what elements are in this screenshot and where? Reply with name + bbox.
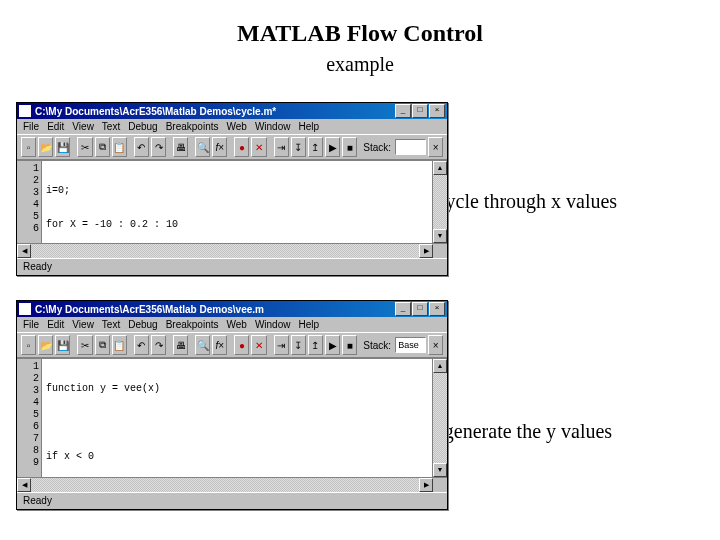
run-icon[interactable]: ▶ <box>325 137 340 157</box>
line-gutter: 1 2 3 4 5 6 <box>17 161 42 243</box>
line-number: 6 <box>17 223 39 235</box>
window-title: C:\My Documents\AcrE356\Matlab Demos\cyc… <box>35 106 395 117</box>
step-in-icon[interactable]: ↧ <box>291 137 306 157</box>
line-gutter: 1 2 3 4 5 6 7 8 9 <box>17 359 42 477</box>
titlebar[interactable]: C:\My Documents\AcrE356\Matlab Demos\vee… <box>17 301 447 317</box>
undo-icon[interactable]: ↶ <box>134 137 149 157</box>
scroll-right-icon[interactable]: ▶ <box>419 478 433 492</box>
vertical-scrollbar[interactable]: ▲ ▼ <box>432 359 447 477</box>
menubar: File Edit View Text Debug Breakpoints We… <box>17 317 447 332</box>
menu-file[interactable]: File <box>23 121 39 132</box>
stack-select[interactable]: Base <box>395 337 426 353</box>
close-button[interactable]: × <box>429 302 445 316</box>
code-editor[interactable]: function y = vee(x) if x < 0 y = -x; els… <box>42 359 432 477</box>
slide-subtitle: example <box>0 53 720 76</box>
scroll-down-icon[interactable]: ▼ <box>433 229 447 243</box>
line-number: 8 <box>17 445 39 457</box>
clear-breakpoint-icon[interactable]: ✕ <box>251 137 266 157</box>
menu-text[interactable]: Text <box>102 121 120 132</box>
set-breakpoint-icon[interactable]: ● <box>234 335 249 355</box>
redo-icon[interactable]: ↷ <box>151 335 166 355</box>
toolbar: ▫ 📂 💾 ✂ ⧉ 📋 ↶ ↷ 🖶 🔍 f× ● ✕ ⇥ ↧ ↥ ▶ ■ Sta… <box>17 134 447 160</box>
print-icon[interactable]: 🖶 <box>173 137 188 157</box>
code-line <box>46 417 428 429</box>
menu-debug[interactable]: Debug <box>128 319 157 330</box>
stack-select[interactable] <box>395 139 426 155</box>
menu-view[interactable]: View <box>72 319 94 330</box>
stop-icon[interactable]: ■ <box>342 335 357 355</box>
menu-debug[interactable]: Debug <box>128 121 157 132</box>
menu-breakpoints[interactable]: Breakpoints <box>166 319 219 330</box>
find-icon[interactable]: 🔍 <box>195 137 210 157</box>
line-number: 1 <box>17 361 39 373</box>
editor-area: 1 2 3 4 5 6 7 8 9 function y = vee(x) if… <box>17 358 447 477</box>
step-in-icon[interactable]: ↧ <box>291 335 306 355</box>
cut-icon[interactable]: ✂ <box>77 137 92 157</box>
menu-help[interactable]: Help <box>298 121 319 132</box>
open-icon[interactable]: 📂 <box>38 137 53 157</box>
function-icon[interactable]: f× <box>212 335 227 355</box>
clear-breakpoint-icon[interactable]: ✕ <box>251 335 266 355</box>
undo-icon[interactable]: ↶ <box>134 335 149 355</box>
scroll-left-icon[interactable]: ◀ <box>17 478 31 492</box>
stack-label: Stack: <box>363 142 391 153</box>
menu-file[interactable]: File <box>23 319 39 330</box>
horizontal-scrollbar[interactable]: ◀ ▶ <box>17 477 447 492</box>
minimize-button[interactable]: _ <box>395 104 411 118</box>
redo-icon[interactable]: ↷ <box>151 137 166 157</box>
step-icon[interactable]: ⇥ <box>274 335 289 355</box>
stop-icon[interactable]: ■ <box>342 137 357 157</box>
copy-icon[interactable]: ⧉ <box>95 137 110 157</box>
run-icon[interactable]: ▶ <box>325 335 340 355</box>
close-button[interactable]: × <box>429 104 445 118</box>
open-icon[interactable]: 📂 <box>38 335 53 355</box>
paste-icon[interactable]: 📋 <box>112 335 127 355</box>
code-line: function y = vee(x) <box>46 383 428 395</box>
line-number: 3 <box>17 385 39 397</box>
menu-breakpoints[interactable]: Breakpoints <box>166 121 219 132</box>
menu-text[interactable]: Text <box>102 319 120 330</box>
menu-window[interactable]: Window <box>255 319 291 330</box>
step-out-icon[interactable]: ↥ <box>308 137 323 157</box>
function-icon[interactable]: f× <box>212 137 227 157</box>
new-icon[interactable]: ▫ <box>21 137 36 157</box>
menu-web[interactable]: Web <box>226 121 246 132</box>
find-icon[interactable]: 🔍 <box>195 335 210 355</box>
step-out-icon[interactable]: ↥ <box>308 335 323 355</box>
code-editor[interactable]: i=0; for X = -10 : 0.2 : 10 i=i+1; x(i)=… <box>42 161 432 243</box>
step-icon[interactable]: ⇥ <box>274 137 289 157</box>
print-icon[interactable]: 🖶 <box>173 335 188 355</box>
set-breakpoint-icon[interactable]: ● <box>234 137 249 157</box>
menu-edit[interactable]: Edit <box>47 319 64 330</box>
maximize-button[interactable]: □ <box>412 302 428 316</box>
scroll-right-icon[interactable]: ▶ <box>419 244 433 258</box>
line-number: 2 <box>17 373 39 385</box>
paste-icon[interactable]: 📋 <box>112 137 127 157</box>
close-doc-icon[interactable]: × <box>428 137 443 157</box>
minimize-button[interactable]: _ <box>395 302 411 316</box>
scroll-left-icon[interactable]: ◀ <box>17 244 31 258</box>
new-icon[interactable]: ▫ <box>21 335 36 355</box>
close-doc-icon[interactable]: × <box>428 335 443 355</box>
menu-help[interactable]: Help <box>298 319 319 330</box>
scroll-up-icon[interactable]: ▲ <box>433 161 447 175</box>
menu-view[interactable]: View <box>72 121 94 132</box>
scroll-up-icon[interactable]: ▲ <box>433 359 447 373</box>
maximize-button[interactable]: □ <box>412 104 428 118</box>
save-icon[interactable]: 💾 <box>55 137 70 157</box>
line-number: 7 <box>17 433 39 445</box>
horizontal-scrollbar[interactable]: ◀ ▶ <box>17 243 447 258</box>
copy-icon[interactable]: ⧉ <box>95 335 110 355</box>
titlebar[interactable]: C:\My Documents\AcrE356\Matlab Demos\cyc… <box>17 103 447 119</box>
vertical-scrollbar[interactable]: ▲ ▼ <box>432 161 447 243</box>
menu-window[interactable]: Window <box>255 121 291 132</box>
cut-icon[interactable]: ✂ <box>77 335 92 355</box>
menu-edit[interactable]: Edit <box>47 121 64 132</box>
line-number: 5 <box>17 409 39 421</box>
app-icon <box>19 303 31 315</box>
stack-label: Stack: <box>363 340 391 351</box>
line-number: 6 <box>17 421 39 433</box>
save-icon[interactable]: 💾 <box>55 335 70 355</box>
menu-web[interactable]: Web <box>226 319 246 330</box>
scroll-down-icon[interactable]: ▼ <box>433 463 447 477</box>
